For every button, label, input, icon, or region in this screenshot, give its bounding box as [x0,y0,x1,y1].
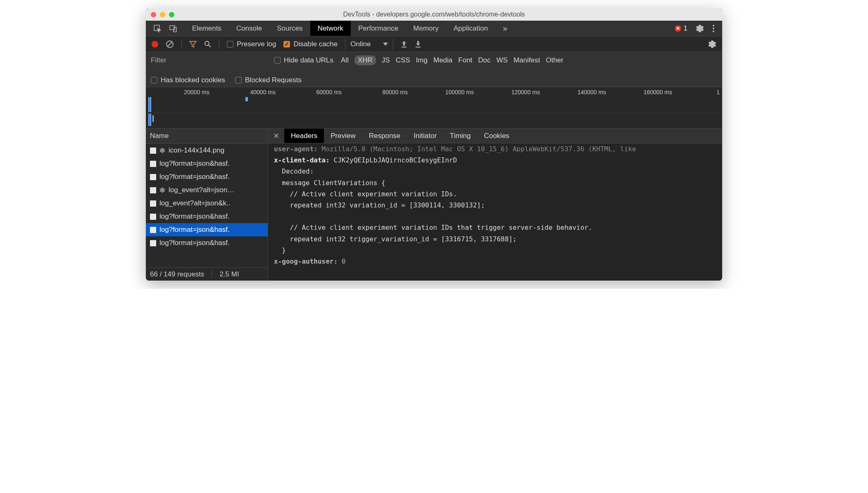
close-window-button[interactable] [151,12,156,17]
filter-type-font[interactable]: Font [458,56,472,64]
status-requests: 66 / 149 requests [150,270,204,279]
disable-cache-checkbox[interactable]: ✓ Disable cache [283,40,338,48]
header-user-agent-name: user-agent: [274,145,318,153]
filter-input[interactable]: Filter [151,55,266,66]
request-name: log?format=json&hasf. [159,226,230,234]
kebab-menu-icon[interactable] [712,24,715,33]
request-details-panel: ✕ Headers Preview Response Initiator Tim… [268,129,722,281]
tabs-overflow-button[interactable]: » [495,21,515,36]
divider [219,40,219,49]
header-x-client-data-name: x-client-data: [274,156,330,164]
file-icon [150,227,156,233]
time-label: 80000 ms [344,89,410,95]
tab-performance[interactable]: Performance [351,21,406,36]
filter-type-js[interactable]: JS [382,56,390,64]
details-tab-headers[interactable]: Headers [284,129,324,143]
svg-point-8 [205,41,209,45]
search-icon[interactable] [204,40,212,48]
tab-console[interactable]: Console [229,21,269,36]
throttling-select[interactable]: Online [345,38,393,50]
filter-type-other[interactable]: Other [546,56,564,64]
tab-sources[interactable]: Sources [269,21,310,36]
details-tab-initiator[interactable]: Initiator [407,129,443,143]
request-list-header[interactable]: Name [146,129,268,144]
request-name: log_event?alt=json&k.. [159,199,231,207]
has-blocked-cookies-label: Has blocked cookies [161,76,225,84]
details-tab-preview[interactable]: Preview [324,129,362,143]
download-har-icon[interactable] [415,40,421,48]
throttling-value: Online [350,40,371,48]
request-name: log?format=json&hasf. [159,212,230,221]
filter-funnel-icon[interactable] [189,40,197,48]
request-name: log?format=json&hasf. [159,173,230,181]
request-row[interactable]: log?format=json&hasf. [146,210,268,223]
time-label: 100000 ms [410,89,476,95]
filter-type-group: All XHR JS CSS Img Media Font Doc WS Man… [341,55,564,65]
close-details-button[interactable]: ✕ [268,129,284,143]
request-row[interactable]: log?format=json&hasf. [146,157,268,170]
tab-elements[interactable]: Elements [185,21,229,36]
time-label: 1 [675,89,722,95]
time-label: 60000 ms [278,89,344,95]
filter-type-all[interactable]: All [341,56,349,64]
upload-har-icon[interactable] [401,40,407,48]
preserve-log-checkbox[interactable]: Preserve log [227,40,276,48]
svg-point-3 [713,25,714,26]
hide-data-urls-label: Hide data URLs [284,56,333,64]
tab-network[interactable]: Network [310,21,351,36]
error-icon: ✕ [675,25,681,32]
titlebar: DevTools - developers.google.com/web/too… [146,8,722,21]
request-row[interactable]: icon-144x144.png [146,144,268,157]
details-tab-timing[interactable]: Timing [443,129,477,143]
device-toggle-icon[interactable] [169,24,177,33]
filter-type-doc[interactable]: Doc [478,56,490,64]
divider [181,40,182,49]
network-settings-gear-icon[interactable] [708,40,716,48]
headers-body[interactable]: user-agent: Mozilla/5.0 (Macintosh; Inte… [268,143,722,281]
settings-gear-icon[interactable] [696,24,704,33]
filter-type-media[interactable]: Media [433,56,452,64]
has-blocked-cookies-checkbox[interactable]: Has blocked cookies [151,76,225,84]
gear-icon [159,148,165,153]
record-button[interactable] [152,41,158,48]
details-tab-cookies[interactable]: Cookies [477,129,516,143]
header-user-agent-value: Mozilla/5.0 (Macintosh; Intel Mac OS X 1… [322,145,636,153]
file-icon [150,148,156,154]
tab-application[interactable]: Application [446,21,495,36]
request-row[interactable]: log?format=json&hasf. [146,236,268,250]
tab-memory[interactable]: Memory [406,21,446,36]
status-size: 2.5 MI [219,270,239,279]
header-x-goog-authuser-name: x-goog-authuser: [274,257,338,265]
zoom-window-button[interactable] [169,12,174,17]
filter-type-css[interactable]: CSS [396,56,410,64]
request-row[interactable]: log?format=json&hasf. [146,170,268,183]
timeline-overview[interactable]: 20000 ms 40000 ms 60000 ms 80000 ms 1000… [146,87,722,129]
window-title: DevTools - developers.google.com/web/too… [146,11,722,18]
time-label: 140000 ms [542,89,609,95]
request-row[interactable]: log_event?alt=json… [146,183,268,197]
request-row[interactable]: log?format=json&hasf. [146,223,268,236]
request-row[interactable]: log_event?alt=json&k.. [146,197,268,210]
details-tab-response[interactable]: Response [362,129,407,143]
filter-type-manifest[interactable]: Manifest [514,56,540,64]
filter-type-xhr[interactable]: XHR [354,55,376,65]
request-name: log?format=json&hasf. [159,239,230,247]
devtools-window: DevTools - developers.google.com/web/too… [146,8,722,281]
request-name: icon-144x144.png [169,146,224,155]
time-label: 120000 ms [476,89,542,95]
timeline-labels: 20000 ms 40000 ms 60000 ms 80000 ms 1000… [146,89,722,95]
inspect-element-icon[interactable] [153,24,162,33]
svg-line-9 [209,45,211,47]
request-list-panel: Name icon-144x144.pnglog?format=json&has… [146,129,268,281]
minimize-window-button[interactable] [160,12,165,17]
filter-type-ws[interactable]: WS [497,56,508,64]
svg-point-4 [713,28,714,29]
clear-icon[interactable] [166,40,174,48]
hide-data-urls-checkbox[interactable]: Hide data URLs [274,56,333,64]
filter-type-img[interactable]: Img [416,56,428,64]
file-icon [150,174,156,180]
file-icon [150,240,156,246]
error-count-badge[interactable]: ✕ 1 [675,24,687,33]
file-icon [150,200,156,207]
blocked-requests-checkbox[interactable]: Blocked Requests [235,76,302,84]
